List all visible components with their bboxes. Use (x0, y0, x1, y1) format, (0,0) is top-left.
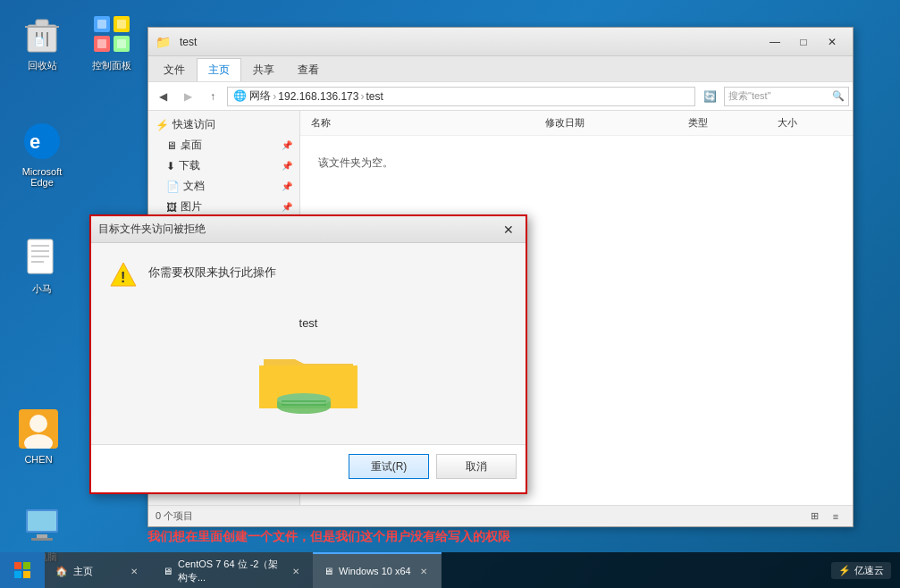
recycle-bin-icon[interactable]: 📄 回收站 (11, 9, 73, 76)
col-header-type: 类型 (685, 114, 774, 131)
svg-rect-26 (28, 511, 56, 531)
dialog-folder-area: test (109, 307, 508, 435)
quick-access-icon: ⚡ (156, 119, 169, 131)
window-controls: — □ ✕ (761, 32, 845, 52)
ribbon-tab-share[interactable]: 共享 (241, 58, 286, 81)
grid-view-button[interactable]: ⊞ (804, 508, 824, 525)
notepad-label: 小马 (32, 282, 52, 296)
access-denied-dialog: 目标文件夹访问被拒绝 ✕ ! 你需要权限来执行此操作 test (89, 214, 527, 494)
chen-user-icon[interactable]: CHEN (7, 404, 70, 468)
annotation-text: 我们想在里面创建一个文件，但是我们这个用户没有给写入的权限 (147, 529, 900, 545)
content-header: 名称 修改日期 类型 大小 (300, 111, 853, 136)
dialog-folder-name: test (299, 316, 318, 330)
warning-icon: ! (109, 261, 138, 290)
svg-rect-12 (117, 20, 126, 29)
path-network: 🌐 网络 (233, 88, 271, 104)
tab-centos-close[interactable]: ✕ (290, 564, 302, 578)
address-path[interactable]: 🌐 网络 › 192.168.136.173 › test (227, 87, 695, 106)
control-panel-label: 控制面板 (92, 59, 131, 72)
taskbar-tab-home[interactable]: 🏠 主页 ✕ (45, 552, 152, 588)
sidebar-pics-icon: 🖼 (166, 201, 177, 214)
svg-rect-38 (14, 571, 21, 578)
taskbar-tab-centos[interactable]: 🖥 CentOS 7 64 位 -2（架构专... ✕ (152, 552, 313, 588)
maximize-button[interactable]: □ (790, 32, 817, 52)
edge-icon[interactable]: e MicrosoftEdge (11, 116, 73, 191)
empty-folder-message: 该文件夹为空。 (318, 155, 393, 171)
pin-icon-doc: 📌 (282, 181, 292, 191)
refresh-button[interactable]: 🔄 (699, 86, 720, 107)
close-button[interactable]: ✕ (819, 32, 845, 52)
tab-centos-label: CentOS 7 64 位 -2（架构专... (178, 558, 285, 584)
search-icon: 🔍 (832, 90, 845, 102)
svg-rect-11 (97, 20, 106, 29)
col-header-date: 修改日期 (542, 114, 685, 131)
sidebar-desktop[interactable]: 🖥 桌面 📌 (148, 135, 299, 155)
svg-rect-39 (23, 571, 30, 578)
tab-centos-icon: 🖥 (163, 566, 172, 576)
sidebar-desktop-icon: 🖥 (166, 139, 177, 152)
title-folder-icon: 📁 (156, 35, 171, 49)
path-sep-1: › (273, 90, 276, 103)
dialog-close-button[interactable]: ✕ (499, 222, 518, 238)
view-buttons: ⊞ ≡ (804, 508, 845, 525)
recycle-bin-label: 回收站 (28, 59, 57, 72)
tab-home-close[interactable]: ✕ (127, 564, 141, 578)
svg-rect-28 (31, 538, 53, 541)
chen-image (17, 407, 60, 450)
ribbon-tab-view[interactable]: 查看 (286, 58, 331, 81)
back-button[interactable]: ◀ (152, 86, 173, 107)
tab-win10-close[interactable]: ✕ (416, 564, 431, 578)
ribbon-tab-home[interactable]: 主页 (197, 58, 241, 81)
path-sep-2: › (360, 90, 364, 103)
tab-win10-icon: 🖥 (324, 566, 333, 576)
ribbon-tab-file[interactable]: 文件 (152, 58, 197, 81)
svg-rect-13 (97, 39, 106, 48)
ribbon-tabs: 文件 主页 共享 查看 (148, 56, 853, 81)
svg-rect-19 (31, 250, 49, 252)
svg-rect-20 (31, 256, 49, 257)
tab-home-icon: 🏠 (55, 566, 68, 577)
logo-text: 亿速云 (854, 564, 884, 577)
taskbar-tab-win10[interactable]: 🖥 Windows 10 x64 ✕ (313, 552, 442, 588)
notepad-icon[interactable]: 小马 (11, 232, 73, 299)
dialog-titlebar: 目标文件夹访问被拒绝 ✕ (91, 216, 526, 243)
svg-rect-21 (31, 261, 44, 263)
sidebar-downloads-icon: ⬇ (166, 160, 175, 172)
quick-access-label: 快速访问 (172, 117, 215, 132)
svg-rect-36 (14, 562, 21, 569)
svg-rect-18 (31, 245, 49, 247)
pin-icon: 📌 (282, 140, 292, 150)
list-view-button[interactable]: ≡ (826, 508, 845, 525)
logo-icon: ⚡ (838, 565, 851, 576)
svg-rect-37 (23, 562, 30, 569)
up-button[interactable]: ↑ (202, 86, 223, 107)
col-header-size: 大小 (774, 114, 845, 131)
minimize-button[interactable]: — (761, 32, 788, 52)
sidebar-quick-access[interactable]: ⚡ 快速访问 (148, 114, 299, 135)
dialog-content: ! 你需要权限来执行此操作 test (91, 243, 526, 444)
retry-button[interactable]: 重试(R) (349, 454, 429, 479)
cancel-button[interactable]: 取消 (436, 454, 517, 479)
control-panel-icon[interactable]: 控制面板 (80, 9, 143, 76)
svg-text:!: ! (121, 270, 125, 285)
pin-icon-dl: 📌 (282, 161, 292, 171)
svg-point-33 (277, 393, 331, 406)
pin-icon-pics: 📌 (282, 202, 292, 212)
taskbar-tabs: 🏠 主页 ✕ 🖥 CentOS 7 64 位 -2（架构专... ✕ 🖥 Win… (45, 552, 831, 588)
sidebar-downloads[interactable]: ⬇ 下载 📌 (148, 155, 299, 176)
svg-rect-27 (37, 534, 47, 538)
sidebar-documents[interactable]: 📄 文档 📌 (148, 176, 299, 197)
forward-button[interactable]: ▶ (177, 86, 198, 107)
address-bar: ◀ ▶ ↑ 🌐 网络 › 192.168.136.173 › test 🔄 搜索… (148, 82, 853, 111)
svg-rect-1 (36, 20, 48, 27)
folder-illustration (255, 337, 362, 417)
my-computer-image (21, 504, 63, 547)
search-box[interactable]: 搜索"test" 🔍 (724, 87, 849, 106)
start-button[interactable] (0, 552, 45, 588)
svg-text:📄: 📄 (34, 36, 46, 47)
explorer-title: test (180, 36, 756, 48)
notepad-image (21, 236, 63, 279)
col-header-name: 名称 (307, 114, 542, 131)
sidebar-docs-label: 文档 (183, 179, 205, 194)
edge-label: MicrosoftEdge (22, 166, 63, 188)
